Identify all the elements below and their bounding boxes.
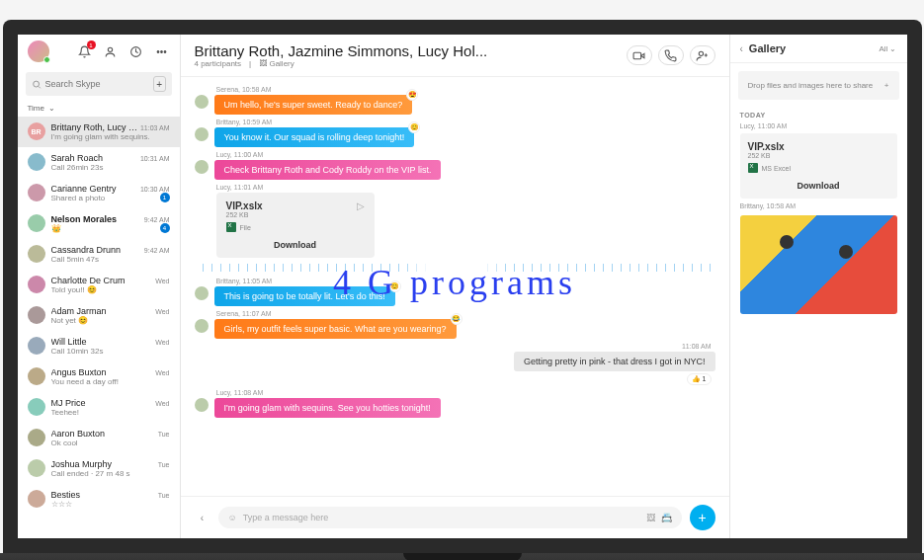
chat-name: Cassandra Drunn — [51, 245, 122, 255]
avatar — [28, 398, 45, 416]
search-input[interactable] — [45, 79, 149, 89]
gallery-dropzone[interactable]: Drop files and images here to share + — [738, 71, 899, 100]
message-bubble[interactable]: Check Brittany Roth and Cody Roddy on th… — [214, 160, 442, 180]
app-window: 1 ••• + Time ⌄ BRBrittany Roth, Lucy Hol… — [18, 35, 907, 538]
chat-list-item[interactable]: Charlotte De CrumWedTold you!! 😊 — [18, 270, 180, 300]
chat-list-item[interactable]: Will LittleWedCall 10min 32s — [18, 331, 180, 361]
forward-icon[interactable]: ▷ — [357, 200, 365, 218]
chat-list-item[interactable]: Carianne Gentry10:30 AMShared a photo1 — [18, 178, 180, 208]
back-icon[interactable]: ‹ — [195, 510, 210, 525]
self-avatar[interactable] — [28, 40, 49, 62]
reaction-icon[interactable]: 😊 — [389, 280, 401, 292]
avatar — [195, 127, 209, 141]
file-attachment[interactable]: VIP.xslx252 KB▷FileDownload — [216, 193, 375, 258]
avatar — [195, 160, 209, 174]
gallery-image[interactable] — [740, 215, 897, 314]
chat-list-item[interactable]: Sarah Roach10:31 AMCall 26min 23s — [18, 147, 180, 178]
contact-card-icon[interactable]: 📇 — [661, 513, 672, 522]
gallery-link[interactable]: 🖼 Gallery — [259, 59, 294, 68]
chat-preview: I'm going glam with sequins. — [51, 132, 170, 141]
audio-call-button[interactable] — [658, 45, 684, 65]
chat-list-item[interactable]: Aaron BuxtonTueOk cool — [18, 423, 180, 453]
search-container: + — [26, 72, 172, 96]
avatar — [28, 306, 45, 324]
chat-list-item[interactable]: Cassandra Drunn9:42 AMCall 5min 47s — [18, 239, 180, 270]
chat-name: Will Little — [51, 337, 87, 347]
gallery-panel: ‹ Gallery All ⌄ Drop files and images he… — [729, 35, 907, 538]
emoji-icon[interactable]: ☺ — [228, 513, 237, 522]
chat-preview: Call 5min 47s — [51, 255, 170, 264]
plus-icon: + — [884, 81, 889, 90]
call-history-icon[interactable] — [128, 43, 144, 59]
message-meta: 11:08 AM — [216, 343, 712, 350]
message-row: Getting pretty in pink - that dress I go… — [195, 352, 715, 385]
message-bubble[interactable]: This is going to be totally lit. Let's d… — [214, 286, 395, 306]
unread-badge: 1 — [160, 193, 170, 202]
composer-placeholder[interactable]: Type a message here — [243, 513, 640, 522]
message-bubble[interactable]: I'm going glam with sequins. See you hot… — [214, 398, 441, 418]
avatar — [28, 490, 45, 508]
chat-list-item[interactable]: BestiesTue☆☆☆ — [18, 484, 180, 515]
sidebar: 1 ••• + Time ⌄ BRBrittany Roth, Lucy Hol… — [18, 35, 181, 538]
message-bubble[interactable]: Getting pretty in pink - that dress I go… — [514, 352, 715, 371]
participants-count[interactable]: 4 participants — [195, 59, 242, 68]
reaction-count[interactable]: 👍 1 — [687, 373, 712, 385]
message-row: You know it. Our squad is rolling deep t… — [195, 127, 715, 147]
chat-name: Charlotte De Crum — [51, 276, 126, 285]
video-call-button[interactable] — [627, 45, 652, 65]
message-meta: Serena, 11:07 AM — [216, 310, 715, 317]
bell-icon[interactable]: 1 — [77, 43, 93, 59]
chat-list-item[interactable]: Adam JarmanWedNot yet 😊 — [18, 300, 180, 331]
chat-time: 10:30 AM — [140, 186, 170, 193]
avatar — [28, 276, 45, 293]
chat-list-item[interactable]: BRBrittany Roth, Lucy Hol...11:03 AMI'm … — [18, 117, 180, 147]
avatar — [195, 398, 209, 412]
gallery-download-button[interactable]: Download — [748, 181, 889, 191]
avatar — [28, 337, 45, 355]
chat-preview: ☆☆☆ — [51, 500, 170, 509]
message-row: I'm going glam with sequins. See you hot… — [195, 398, 715, 418]
message-bubble[interactable]: Um hello, he's super sweet. Ready to dan… — [214, 95, 413, 115]
contacts-icon[interactable] — [103, 43, 119, 59]
new-chat-button[interactable]: + — [153, 76, 166, 92]
chat-list-item[interactable]: Nelson Morales9:42 AM👑4 — [18, 208, 180, 239]
message-bubble[interactable]: Girls, my outfit feels super basic. What… — [214, 319, 457, 339]
message-meta: Serena, 10:58 AM — [216, 86, 715, 93]
chat-name: Carianne Gentry — [51, 184, 117, 194]
excel-icon — [226, 222, 236, 232]
bell-badge: 1 — [87, 40, 96, 49]
chat-list-item[interactable]: Joshua MurphyTueCall ended · 27 m 48 s — [18, 453, 180, 484]
reaction-icon[interactable]: 😂 — [451, 313, 462, 325]
message-meta: Lucy, 11:01 AM — [216, 184, 715, 191]
chat-name: Nelson Morales — [51, 214, 118, 224]
gallery-back-icon[interactable]: ‹ — [740, 43, 743, 54]
svg-point-3 — [699, 51, 703, 55]
gallery-filter[interactable]: All ⌄ — [879, 44, 896, 53]
add-participant-button[interactable] — [690, 45, 715, 65]
chat-title[interactable]: Brittany Roth, Jazmine Simmons, Lucy Hol… — [195, 42, 488, 59]
gallery-file-name: VIP.xslx — [748, 141, 889, 152]
add-button[interactable]: + — [690, 505, 715, 530]
chat-preview: Call 26min 23s — [51, 163, 170, 172]
chat-name: Angus Buxton — [51, 367, 107, 377]
message-bubble[interactable]: You know it. Our squad is rolling deep t… — [214, 127, 415, 147]
chat-time: 9:42 AM — [144, 247, 170, 254]
chat-time: 11:03 AM — [140, 124, 170, 131]
reaction-icon[interactable]: 😊 — [408, 121, 420, 133]
time-filter[interactable]: Time ⌄ — [18, 100, 180, 117]
image-icon[interactable]: 🖼 — [646, 513, 655, 522]
message-row: Um hello, he's super sweet. Ready to dan… — [195, 95, 715, 115]
chat-list-item[interactable]: MJ PriceWedTeehee! — [18, 392, 180, 423]
avatar — [28, 367, 45, 385]
svg-rect-2 — [633, 52, 641, 59]
download-button[interactable]: Download — [226, 240, 365, 250]
more-icon[interactable]: ••• — [154, 43, 170, 59]
chat-name: Besties — [51, 490, 81, 500]
reaction-icon[interactable]: 😍 — [406, 89, 418, 101]
chat-list-item[interactable]: Angus BuxtonWedYou need a day off! — [18, 361, 180, 392]
chat-time: 9:42 AM — [144, 216, 170, 223]
chat-preview: You need a day off! — [51, 377, 170, 386]
message-meta: Brittany, 10:59 AM — [216, 119, 715, 125]
chat-time: Wed — [155, 369, 169, 376]
gallery-file-card[interactable]: VIP.xslx 252 KB MS Excel Download — [740, 133, 897, 199]
